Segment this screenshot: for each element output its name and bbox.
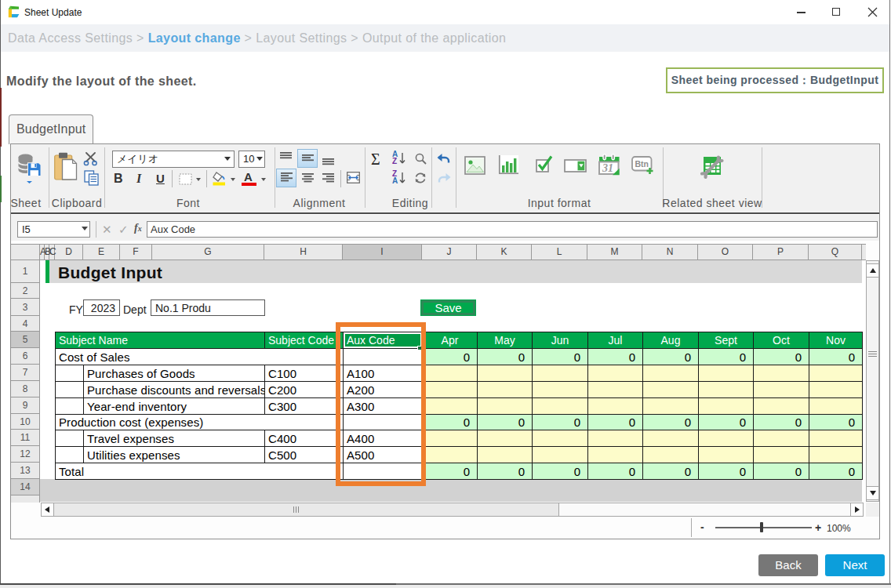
svg-text:Btn: Btn (635, 159, 649, 169)
svg-text:31: 31 (602, 162, 613, 174)
